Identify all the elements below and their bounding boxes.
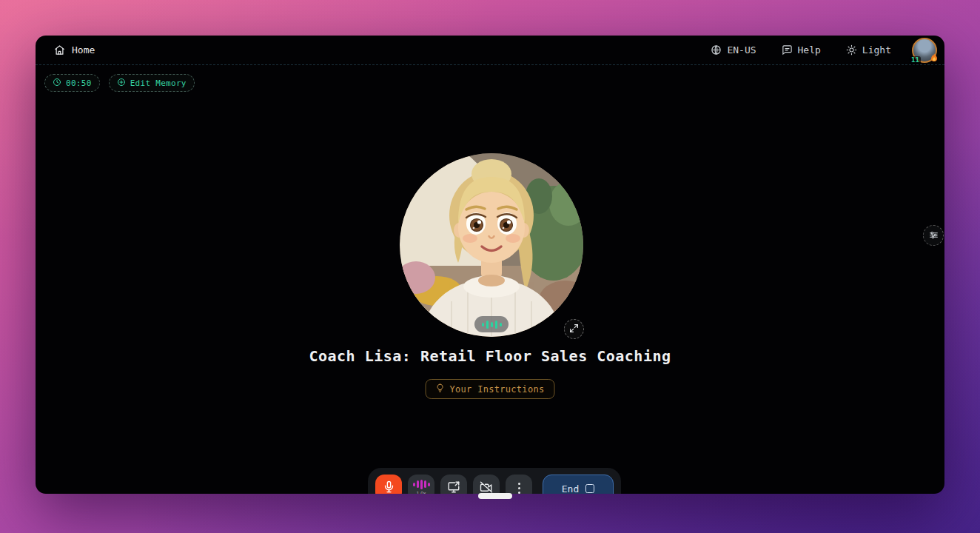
settings-sliders-icon bbox=[929, 229, 939, 243]
camera-off-icon bbox=[480, 480, 493, 495]
lightbulb-icon bbox=[436, 383, 445, 395]
coach-video-circle[interactable] bbox=[400, 153, 583, 337]
language-label: EN-US bbox=[727, 44, 756, 56]
theme-label: Light bbox=[862, 44, 891, 56]
microphone-icon bbox=[383, 480, 395, 494]
expand-icon bbox=[569, 322, 579, 336]
clock-icon bbox=[53, 78, 61, 89]
edit-memory-button[interactable]: Edit Memory bbox=[109, 74, 195, 92]
language-selector[interactable]: EN-US bbox=[711, 44, 756, 56]
kebab-menu-icon bbox=[518, 483, 520, 494]
call-control-bar: 1.0x End bbox=[368, 468, 621, 494]
home-label: Home bbox=[72, 44, 95, 56]
globe-icon bbox=[711, 44, 722, 56]
edit-memory-label: Edit Memory bbox=[130, 78, 187, 88]
side-settings-button[interactable] bbox=[923, 225, 944, 246]
session-timer-badge: 00:50 bbox=[44, 74, 100, 92]
playback-speed-label: 1.0x bbox=[416, 491, 426, 495]
coach-portrait-illustration bbox=[400, 153, 583, 337]
waveform-icon bbox=[413, 480, 430, 489]
end-call-label: End bbox=[562, 483, 579, 495]
end-call-button[interactable]: End bbox=[543, 475, 614, 494]
your-instructions-label: Your Instructions bbox=[450, 384, 545, 395]
help-button[interactable]: Help bbox=[782, 44, 821, 56]
coach-session-title: Coach Lisa: Retail Floor Sales Coaching bbox=[36, 347, 944, 365]
session-timer: 00:50 bbox=[66, 78, 92, 88]
app-window: Home EN-US Help Light bbox=[36, 36, 944, 494]
top-bar: Home EN-US Help Light bbox=[36, 36, 944, 65]
level-badge: 11 bbox=[910, 56, 921, 64]
screen-share-icon bbox=[447, 480, 460, 495]
home-button[interactable]: Home bbox=[54, 44, 95, 56]
sun-icon bbox=[846, 44, 857, 56]
home-icon bbox=[54, 44, 65, 56]
more-options-button[interactable] bbox=[506, 475, 532, 494]
expand-button[interactable] bbox=[564, 319, 584, 339]
session-badges: 00:50 Edit Memory bbox=[44, 74, 195, 92]
theme-toggle[interactable]: Light bbox=[846, 44, 891, 56]
drag-handle[interactable] bbox=[478, 493, 512, 499]
screen-share-button[interactable] bbox=[440, 475, 467, 494]
audio-level-indicator bbox=[474, 316, 509, 332]
playback-speed-button[interactable]: 1.0x bbox=[408, 475, 434, 494]
help-label: Help bbox=[798, 44, 821, 56]
memory-icon bbox=[117, 78, 126, 89]
streak-flame-icon bbox=[930, 51, 938, 65]
microphone-button[interactable] bbox=[375, 475, 402, 494]
your-instructions-button[interactable]: Your Instructions bbox=[426, 379, 555, 399]
stop-icon bbox=[585, 484, 594, 493]
help-chat-icon bbox=[782, 44, 793, 56]
user-avatar[interactable]: 11 bbox=[912, 38, 937, 63]
camera-off-button[interactable] bbox=[473, 475, 500, 494]
